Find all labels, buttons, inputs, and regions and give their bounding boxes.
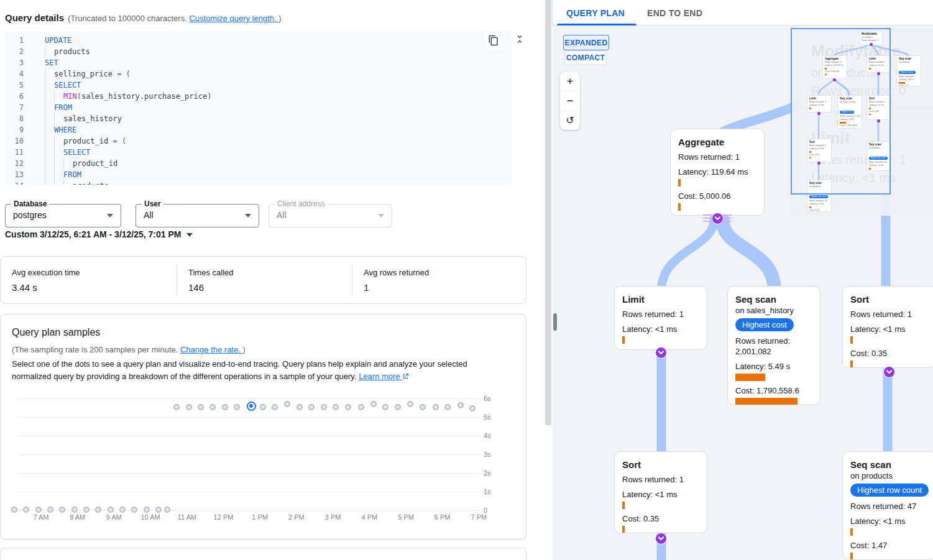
sample-dot[interactable] bbox=[173, 404, 180, 410]
plan-node-metric: Latency: <1 ms bbox=[622, 489, 699, 500]
sample-dot[interactable] bbox=[234, 404, 240, 410]
sample-dot[interactable] bbox=[407, 401, 413, 407]
indent-guide bbox=[45, 124, 54, 135]
sample-dot[interactable] bbox=[370, 401, 377, 407]
code-line: 7FROM bbox=[5, 102, 512, 113]
sample-dot[interactable] bbox=[35, 507, 42, 513]
plan-node-seq-scan-sales-history[interactable]: Seq scanon sales_historyHighest costRows… bbox=[727, 286, 820, 405]
code-token: ( bbox=[122, 137, 126, 145]
code-token: selling_price bbox=[54, 70, 113, 78]
user-select[interactable]: User All bbox=[136, 204, 259, 227]
sample-dot[interactable] bbox=[222, 404, 228, 410]
database-select[interactable]: Database postgres bbox=[5, 204, 121, 227]
zoom-out-button[interactable]: − bbox=[560, 91, 580, 110]
customize-query-length-link[interactable]: Customize query length. bbox=[189, 14, 278, 23]
plan-minimap[interactable]: Modifytableon productsRows returned: 0Ag… bbox=[791, 28, 933, 216]
indent-guide bbox=[45, 68, 54, 80]
sample-dot[interactable] bbox=[11, 507, 17, 513]
samples-chart: 6s5s4s3s2s1s07 AM8 AM9 AM10 AM11 AM12 PM… bbox=[1, 314, 526, 539]
code-token: SELECT bbox=[54, 81, 81, 90]
sample-dot[interactable] bbox=[308, 404, 315, 410]
sample-dot[interactable] bbox=[333, 404, 339, 410]
line-number: 6 bbox=[5, 92, 24, 101]
truncated-note: (Truncated to 100000 characters. bbox=[68, 14, 189, 23]
plan-node-title: Sort bbox=[850, 294, 927, 305]
collapse-node-button[interactable] bbox=[712, 213, 724, 224]
sample-dot[interactable] bbox=[108, 507, 114, 513]
sample-dot[interactable] bbox=[209, 404, 216, 410]
plan-node-sort-bottom[interactable]: SortRows returned: 1Latency: <1 msCost: … bbox=[614, 451, 707, 533]
collapse-node-button[interactable] bbox=[655, 347, 667, 359]
collapse-node-button[interactable] bbox=[655, 533, 667, 544]
zoom-reset-button[interactable]: ↺ bbox=[560, 111, 580, 130]
x-axis-label: 6 PM bbox=[434, 513, 451, 521]
stat-label: Times called bbox=[188, 268, 352, 277]
minimap-viewport[interactable] bbox=[791, 28, 891, 195]
tab-end-to-end[interactable]: END TO END bbox=[647, 8, 702, 18]
plan-node-aggregate[interactable]: AggregateRows returned: 1Latency: 119.64… bbox=[670, 129, 765, 216]
sample-dot[interactable] bbox=[444, 404, 451, 410]
sample-dot[interactable] bbox=[382, 404, 388, 410]
sample-dot[interactable] bbox=[469, 405, 476, 411]
sample-dot[interactable] bbox=[260, 404, 266, 410]
sample-dot[interactable] bbox=[164, 507, 170, 513]
compact-button[interactable]: COMPACT bbox=[564, 50, 607, 65]
collapse-node-button[interactable] bbox=[883, 366, 895, 378]
sample-dot[interactable] bbox=[23, 507, 29, 513]
panel-resize-handle[interactable] bbox=[553, 313, 557, 331]
line-number: 13 bbox=[5, 170, 24, 179]
left-panel-scrollbar[interactable] bbox=[545, 0, 551, 425]
code-token: product_id bbox=[63, 137, 108, 145]
sample-dot[interactable] bbox=[284, 401, 290, 407]
sample-dot[interactable] bbox=[395, 404, 401, 410]
plan-node-metric: Rows returned: 2,001,082 bbox=[735, 336, 812, 357]
sample-dot[interactable] bbox=[47, 507, 53, 513]
sample-dot[interactable] bbox=[345, 404, 351, 410]
sample-dot[interactable] bbox=[321, 404, 327, 410]
cost-latency-bar bbox=[622, 336, 625, 344]
sample-dot[interactable] bbox=[457, 402, 464, 408]
sample-dot[interactable] bbox=[272, 404, 278, 410]
truncated-note-close: ) bbox=[278, 14, 281, 23]
plan-node-metric: Rows returned: 47 bbox=[850, 501, 927, 512]
chart-gridline bbox=[18, 417, 480, 418]
cost-latency-bar bbox=[735, 374, 765, 381]
code-line: 9WHERE bbox=[5, 124, 512, 135]
sample-dot[interactable] bbox=[186, 404, 192, 410]
indent-guide bbox=[45, 113, 54, 124]
sample-dot[interactable] bbox=[433, 404, 439, 410]
sql-code-block[interactable]: 1UPDATE2products3SET4selling_price = (5S… bbox=[5, 31, 512, 185]
sample-dot[interactable] bbox=[420, 404, 426, 410]
sample-dot[interactable] bbox=[59, 507, 65, 513]
cost-latency-bar bbox=[678, 179, 681, 186]
dropdown-caret-icon bbox=[378, 214, 384, 218]
tab-query-plan[interactable]: QUERY PLAN bbox=[566, 8, 625, 18]
collapse-code-button[interactable] bbox=[512, 33, 527, 48]
code-line: 4selling_price = ( bbox=[5, 68, 512, 80]
date-range-picker[interactable]: Custom 3/12/25, 6:21 AM - 3/12/25, 7:01 … bbox=[5, 229, 193, 239]
sample-dot[interactable] bbox=[155, 507, 162, 513]
indent-guide bbox=[45, 158, 54, 169]
zoom-in-button[interactable]: + bbox=[560, 72, 580, 91]
sample-dot[interactable] bbox=[83, 507, 90, 513]
plan-node-table: on products bbox=[850, 471, 927, 480]
cost-latency-bar bbox=[622, 502, 625, 509]
plan-node-sort-right[interactable]: SortRows returned: 1Latency: <1 msCost: … bbox=[842, 286, 933, 368]
plan-node-metric: Cost: 0.35 bbox=[850, 348, 927, 359]
cost-latency-bar bbox=[850, 336, 853, 344]
sample-dot[interactable] bbox=[131, 507, 137, 513]
plan-node-limit[interactable]: LimitRows returned: 1Latency: <1 ms bbox=[614, 286, 707, 350]
client-address-select-label: Client address bbox=[275, 200, 328, 208]
copy-code-button[interactable] bbox=[485, 33, 502, 50]
sample-dot[interactable] bbox=[71, 507, 78, 513]
sample-dot[interactable] bbox=[95, 507, 101, 513]
line-number: 11 bbox=[5, 148, 24, 157]
sample-dot[interactable] bbox=[358, 404, 364, 410]
sample-dot[interactable] bbox=[144, 507, 150, 513]
expanded-button[interactable]: EXPANDED bbox=[563, 35, 609, 50]
sample-dot-selected[interactable] bbox=[247, 402, 256, 411]
plan-node-seq-scan-products[interactable]: Seq scanon productsHighest row countRows… bbox=[842, 451, 933, 560]
sample-dot[interactable] bbox=[296, 404, 303, 410]
sample-dot[interactable] bbox=[119, 507, 126, 513]
sample-dot[interactable] bbox=[198, 404, 204, 410]
